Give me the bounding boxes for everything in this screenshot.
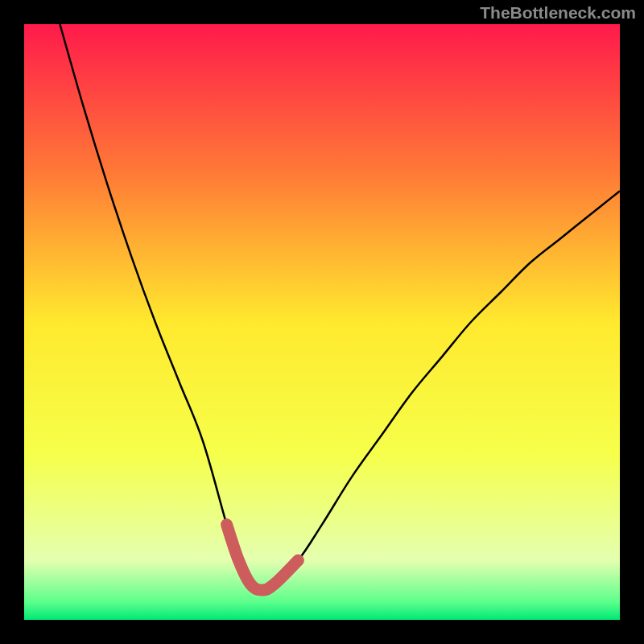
watermark-text: TheBottleneck.com bbox=[480, 3, 636, 23]
gradient-panel bbox=[24, 24, 620, 620]
bottleneck-chart: TheBottleneck.com bbox=[0, 0, 644, 644]
chart-svg bbox=[0, 0, 644, 644]
